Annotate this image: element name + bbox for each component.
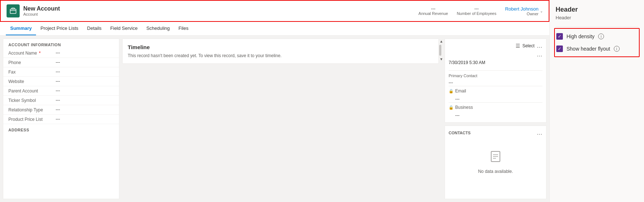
panel-divider-1 [556,26,638,27]
right-top-card: ☰ Select … … 7/30/2019 5:30 AM Primary C… [445,39,546,123]
field-label: Fax [8,69,56,75]
field-value: --- [56,50,60,55]
timeline-title: Timeline [128,44,433,50]
show-header-flyout-option[interactable]: Show header flyout i [556,43,637,55]
tabs-bar: Summary Project Price Lists Details Fiel… [0,22,549,36]
date-more-options[interactable]: … [537,51,542,58]
required-marker: * [38,51,41,56]
show-header-flyout-checkbox[interactable] [556,45,563,52]
tab-project-price-lists[interactable]: Project Price Lists [36,22,83,35]
middle-column: Timeline This record hasn't been created… [122,39,439,199]
field-value: --- [56,107,60,112]
no-data-icon [489,150,502,166]
lock-icon-business: 🔒 [449,105,454,110]
right-card-header: ☰ Select … [449,43,542,49]
contacts-title: CONTACTS [449,131,470,135]
field-label: Account Name * [8,50,56,56]
no-data-text: No data available. [478,169,513,174]
lock-icon-email: 🔒 [449,89,454,94]
left-column: ACCOUNT INFORMATION Account Name *---Pho… [3,39,119,199]
select-label[interactable]: Select [522,43,534,48]
annual-revenue-value: --- [431,6,436,11]
field-row: Website--- [3,77,119,86]
high-density-label: High density [567,33,595,39]
address-section-header: ADDRESS [3,124,119,136]
content-area: ACCOUNT INFORMATION Account Name *---Pho… [0,36,549,202]
panel-title: Header [556,6,638,13]
list-icon[interactable]: ☰ [516,43,520,49]
field-row: Phone--- [3,58,119,67]
contacts-no-data: No data available. [449,139,542,185]
date-value: 7/30/2019 5:30 AM [449,58,542,67]
business-value: --- [449,112,542,119]
chevron-down-icon[interactable]: ⌄ [540,9,543,13]
field-label: Relationship Type [8,107,56,112]
high-density-checkbox[interactable] [556,33,563,40]
tab-details[interactable]: Details [83,22,106,35]
email-field-locked: 🔒 Email [449,86,542,96]
field-label: Product Price List [8,116,56,122]
owner-field[interactable]: Robert Johnson Owner ⌄ [505,6,543,16]
contacts-card: CONTACTS … No data available. [445,126,546,199]
header-left: New Account Account [7,4,60,17]
field-label: Ticker Symbol [8,98,56,103]
primary-contact-section: Primary Contact --- 🔒 Email --- 🔒 Busine… [449,70,542,119]
field-value: --- [56,69,60,74]
panel-subtitle: Header [556,15,638,20]
field-value: --- [56,88,60,93]
right-panel: Header Header High density i Show header… [549,0,644,202]
field-value: --- [56,60,60,65]
account-fields-list: Account Name *---Phone---Fax---Website--… [3,48,119,124]
svg-rect-0 [10,9,16,13]
field-row: Parent Account--- [3,86,119,96]
timeline-empty-message: This record hasn't been created yet. To … [128,53,433,58]
field-row: Product Price List--- [3,115,119,124]
tab-scheduling[interactable]: Scheduling [142,22,174,35]
account-type-label: Account [23,12,60,16]
account-info-section-header: ACCOUNT INFORMATION [3,39,119,48]
account-name-heading: New Account [23,5,60,12]
high-density-option[interactable]: High density i [556,30,637,43]
field-value: --- [56,79,60,84]
field-row: Ticker Symbol--- [3,96,119,105]
form-header: New Account Account --- Annual Revenue -… [0,0,549,22]
contacts-more-options[interactable]: … [537,130,542,136]
field-label: Website [8,79,56,84]
business-field-locked: 🔒 Business [449,102,542,112]
svg-rect-1 [12,8,15,9]
num-employees-field: --- Number of Employees [457,6,496,16]
owner-link[interactable]: Robert Johnson [505,6,538,12]
show-header-flyout-label: Show header flyout [567,46,610,52]
annual-revenue-field: --- Annual Revenue [418,6,448,16]
account-icon [7,4,20,17]
num-employees-label: Number of Employees [457,11,496,16]
header-right: --- Annual Revenue --- Number of Employe… [418,6,543,16]
field-row: Account Name *--- [3,48,119,58]
more-options-icon[interactable]: … [537,43,542,49]
tab-summary[interactable]: Summary [6,22,36,35]
scrollbar-down-arrow[interactable]: ▼ [440,57,441,61]
panel-options-highlighted: High density i Show header flyout i [554,28,640,57]
business-field-label: Business [455,105,473,110]
contacts-header: CONTACTS … [449,130,542,136]
email-field-label: Email [455,88,466,94]
field-value: --- [56,116,60,122]
primary-contact-label: Primary Contact [449,74,542,78]
email-value: --- [449,96,542,102]
field-row: Fax--- [3,67,119,77]
show-header-flyout-info-icon[interactable]: i [614,46,620,52]
annual-revenue-label: Annual Revenue [418,11,448,16]
right-column: ☰ Select … … 7/30/2019 5:30 AM Primary C… [445,39,546,199]
scrollbar[interactable]: ▲ ▼ [439,39,442,199]
scrollbar-thumb[interactable] [439,45,441,56]
field-row: Relationship Type--- [3,105,119,115]
field-value: --- [56,98,60,103]
tab-field-service[interactable]: Field Service [106,22,142,35]
high-density-info-icon[interactable]: i [598,33,604,39]
tab-files[interactable]: Files [174,22,193,35]
owner-label: Owner [527,12,538,16]
header-title-block: New Account Account [23,5,60,16]
primary-contact-value: --- [449,79,542,86]
field-label: Phone [8,60,56,65]
scrollbar-up-arrow[interactable]: ▲ [440,39,441,43]
